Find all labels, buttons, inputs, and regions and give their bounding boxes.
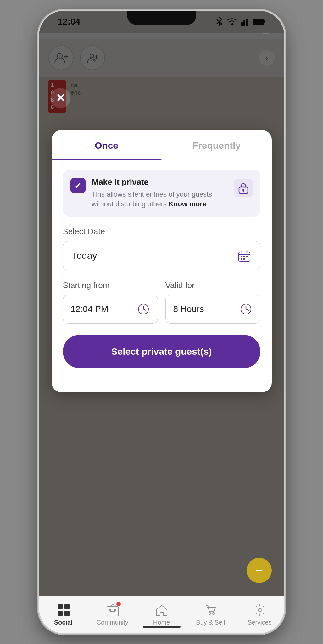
tab-home[interactable]: Home (137, 603, 186, 626)
clock-icon-start (137, 303, 150, 316)
starting-from-label: Starting from (63, 280, 158, 290)
private-card: ✓ Make it private This allows silent ent… (63, 170, 260, 217)
svg-rect-39 (109, 609, 111, 611)
starting-from-value: 12:04 PM (71, 304, 109, 314)
close-button[interactable]: ✕ (50, 88, 70, 108)
services-icon (253, 603, 267, 617)
tab-home-label: Home (153, 619, 170, 626)
modal: Once Frequently ✓ Make it private This a… (52, 130, 272, 392)
fab-add-button[interactable]: + (247, 558, 272, 583)
svg-rect-40 (114, 609, 116, 611)
tab-buy-sell-label: Buy & Sell (196, 619, 225, 626)
tab-services[interactable]: Services (235, 603, 284, 626)
svg-rect-22 (241, 256, 242, 257)
svg-rect-23 (243, 256, 245, 257)
modal-body: ✓ Make it private This allows silent ent… (52, 160, 272, 380)
private-title: Make it private (92, 177, 228, 187)
valid-for-col: Valid for 8 Hours (165, 280, 260, 324)
buy-sell-icon (204, 603, 218, 617)
svg-line-32 (246, 309, 248, 310)
tab-social[interactable]: Social (39, 603, 88, 626)
bottom-tab-bar: Social Community (39, 596, 284, 633)
tab-underline (52, 159, 162, 160)
modal-tabs: Once Frequently (52, 130, 272, 160)
date-label: Select Date (63, 227, 260, 236)
select-guests-button[interactable]: Select private guest(s) (63, 335, 260, 368)
valid-for-label: Valid for (165, 280, 260, 290)
svg-rect-35 (58, 611, 63, 616)
social-icon (57, 603, 70, 617)
tab-services-label: Services (248, 619, 272, 626)
valid-for-field[interactable]: 8 Hours (165, 295, 260, 324)
private-description: This allows silent entries of your guest… (92, 190, 228, 209)
svg-point-16 (242, 189, 244, 191)
starting-from-col: Starting from 12:04 PM (63, 280, 158, 324)
svg-rect-33 (58, 604, 63, 609)
clock-icon-valid (239, 303, 253, 316)
svg-rect-24 (246, 256, 248, 257)
know-more-link[interactable]: Know more (169, 200, 206, 208)
private-text: Make it private This allows silent entri… (92, 177, 228, 209)
svg-point-41 (209, 613, 211, 614)
svg-rect-34 (64, 604, 70, 609)
valid-for-value: 8 Hours (173, 304, 204, 314)
svg-line-29 (143, 309, 146, 310)
tab-community-label: Community (97, 619, 128, 626)
date-value: Today (72, 250, 97, 261)
community-notification-dot (116, 602, 121, 606)
calendar-icon (237, 249, 251, 263)
tab-social-label: Social (54, 619, 73, 626)
svg-rect-26 (243, 258, 245, 260)
svg-rect-36 (64, 611, 70, 616)
community-icon (106, 603, 120, 617)
svg-point-43 (258, 608, 261, 612)
private-checkbox[interactable]: ✓ (70, 178, 86, 193)
home-indicator (143, 626, 181, 628)
tab-community[interactable]: Community (88, 603, 137, 626)
checkmark-icon: ✓ (74, 180, 81, 191)
tab-buy-sell[interactable]: Buy & Sell (186, 603, 235, 626)
starting-from-field[interactable]: 12:04 PM (63, 295, 158, 324)
tab-frequently[interactable]: Frequently (162, 130, 272, 160)
svg-rect-25 (241, 258, 242, 260)
phone-frame: 12:04 MM W g 1 006 ▾ (39, 11, 284, 633)
lock-icon (238, 182, 249, 194)
home-icon (155, 603, 169, 617)
svg-point-42 (213, 613, 214, 614)
svg-rect-38 (110, 612, 115, 616)
lock-icon-button[interactable] (234, 179, 253, 197)
time-row: Starting from 12:04 PM Valid fo (63, 280, 260, 324)
tab-once[interactable]: Once (52, 130, 162, 160)
date-field[interactable]: Today (63, 241, 260, 270)
